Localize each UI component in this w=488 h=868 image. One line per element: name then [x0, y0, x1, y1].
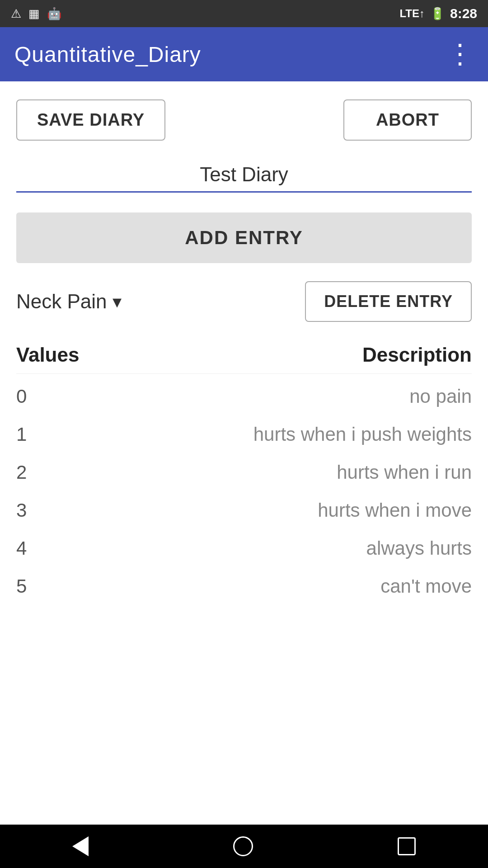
- nav-recents-button[interactable]: [398, 837, 416, 855]
- main-content: SAVE DIARY ABORT ADD ENTRY Neck Pain ▾ D…: [0, 81, 488, 825]
- table-cell-description: hurts when i run: [107, 462, 472, 483]
- entry-controls-row: Neck Pain ▾ DELETE ENTRY: [16, 281, 472, 322]
- table-row: 2 hurts when i run: [16, 453, 472, 491]
- table-cell-description: hurts when i move: [107, 500, 472, 521]
- data-table: Values Description 0 no pain 1 hurts whe…: [16, 344, 472, 605]
- abort-button[interactable]: ABORT: [343, 99, 472, 141]
- add-entry-button[interactable]: ADD ENTRY: [16, 212, 472, 263]
- nav-home-button[interactable]: [233, 836, 253, 856]
- table-row: 1 hurts when i push weights: [16, 415, 472, 453]
- entry-type-dropdown[interactable]: Neck Pain ▾: [16, 290, 122, 313]
- warning-icon: ⚠: [11, 7, 21, 21]
- buttons-row: SAVE DIARY ABORT: [16, 99, 472, 141]
- more-menu-button[interactable]: ⋮: [446, 41, 474, 68]
- nav-back-button[interactable]: [72, 836, 89, 856]
- table-cell-value: 2: [16, 462, 107, 483]
- column-header-values: Values: [16, 344, 107, 366]
- battery-icon: 🔋: [430, 7, 445, 21]
- status-time: 8:28: [450, 6, 477, 21]
- table-cell-value: 1: [16, 424, 107, 445]
- status-bar-left: ⚠ ▦ 🤖: [11, 7, 61, 21]
- table-cell-value: 4: [16, 538, 107, 559]
- table-cell-value: 3: [16, 500, 107, 521]
- table-row: 5 can't move: [16, 567, 472, 605]
- save-diary-button[interactable]: SAVE DIARY: [16, 99, 165, 141]
- table-cell-description: no pain: [107, 386, 472, 407]
- delete-entry-button[interactable]: DELETE ENTRY: [305, 281, 472, 322]
- table-cell-description: always hurts: [107, 538, 472, 559]
- bottom-navigation: [0, 825, 488, 868]
- recents-icon: [398, 837, 416, 855]
- table-row: 3 hurts when i move: [16, 491, 472, 529]
- sim-icon: ▦: [28, 7, 40, 21]
- app-bar: Quantitative_Diary ⋮: [0, 27, 488, 81]
- dropdown-label: Neck Pain: [16, 290, 107, 313]
- lte-icon: LTE↑: [399, 7, 425, 20]
- chevron-down-icon: ▾: [113, 291, 122, 312]
- table-cell-value: 5: [16, 576, 107, 597]
- table-cell-description: hurts when i push weights: [107, 424, 472, 445]
- back-icon: [72, 836, 89, 856]
- app-title: Quantitative_Diary: [14, 42, 201, 67]
- status-bar: ⚠ ▦ 🤖 LTE↑ 🔋 8:28: [0, 0, 488, 27]
- android-icon: 🤖: [47, 7, 61, 21]
- diary-name-input[interactable]: [16, 159, 472, 193]
- table-row: 4 always hurts: [16, 529, 472, 567]
- status-bar-right: LTE↑ 🔋 8:28: [399, 6, 477, 21]
- home-icon: [233, 836, 253, 856]
- table-row: 0 no pain: [16, 377, 472, 415]
- column-header-description: Description: [107, 344, 472, 366]
- table-cell-description: can't move: [107, 576, 472, 597]
- table-header-row: Values Description: [16, 344, 472, 374]
- table-cell-value: 0: [16, 386, 107, 407]
